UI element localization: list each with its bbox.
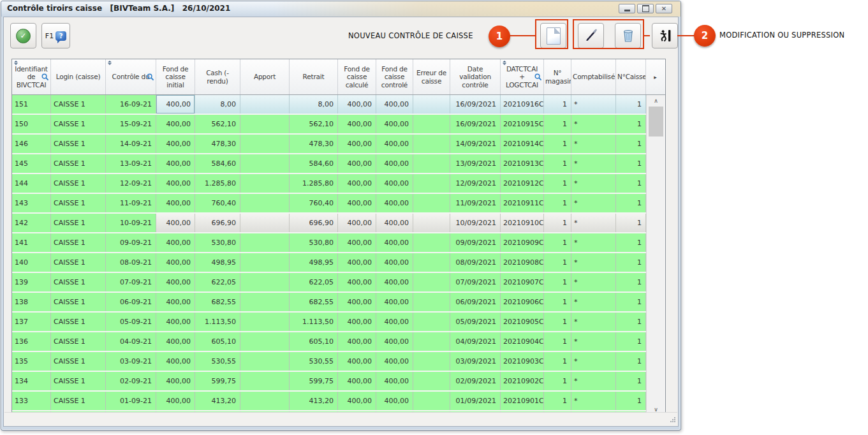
cell-retrait[interactable]: 682,55 [290, 293, 338, 311]
cell-retrait[interactable]: 584,60 [290, 154, 338, 173]
exit-button[interactable] [652, 23, 678, 48]
cell-fond-calcule[interactable]: 400,00 [338, 135, 376, 153]
table-row-144[interactable]: 144CAISSE 112-09-21400,001.285,801.285,8… [12, 174, 665, 194]
cell-datctcai[interactable]: 20210901CAI [501, 392, 544, 410]
cell-comptabilise[interactable]: * [571, 372, 616, 390]
cell-login[interactable]: CAISSE 1 [51, 214, 106, 232]
cell-apport[interactable] [240, 95, 290, 114]
cell-login[interactable]: CAISSE 1 [51, 332, 106, 351]
column-header-login[interactable]: Login (caisse) [51, 59, 106, 94]
cell-comptabilise[interactable]: * [571, 313, 616, 331]
cell-retrait[interactable]: 562,10 [290, 115, 338, 133]
cell-fond-controle[interactable]: 400,00 [376, 293, 413, 311]
cell-apport[interactable] [240, 352, 290, 371]
cell-fond-calcule[interactable]: 400,00 [338, 293, 376, 311]
cell-retrait[interactable]: 1.113,50 [290, 313, 338, 331]
cell-magasin[interactable]: 1 [544, 115, 571, 133]
cell-date-valid[interactable]: 10/09/2021 [450, 214, 501, 232]
cell-fond-initial[interactable]: 400,00 [156, 273, 195, 291]
cell-cash-rendu[interactable]: 682,55 [195, 293, 240, 311]
cell-controle-du[interactable]: 02-09-21 [106, 372, 156, 390]
cell-date-valid[interactable]: 07/09/2021 [450, 273, 501, 291]
cell-fond-controle[interactable]: 400,00 [376, 352, 413, 371]
table-row-138[interactable]: 138CAISSE 106-09-21400,00682,55682,55400… [12, 293, 665, 313]
cell-ncaisse[interactable]: 1 [616, 174, 646, 193]
cell-apport[interactable] [240, 214, 290, 232]
cell-cash-rendu[interactable]: 760,40 [195, 194, 240, 212]
cell-cash-rendu[interactable]: 478,30 [195, 135, 240, 153]
cell-date-valid[interactable]: 16/09/2021 [450, 115, 501, 133]
cell-controle-du[interactable]: 05-09-21 [106, 313, 156, 331]
cell-controle-du[interactable]: 11-09-21 [106, 194, 156, 212]
cell-retrait[interactable]: 760,40 [290, 194, 338, 212]
cell-apport[interactable] [240, 332, 290, 351]
cell-retrait[interactable]: 478,30 [290, 135, 338, 153]
cell-cash-rendu[interactable]: 622,05 [195, 273, 240, 291]
resize-grip[interactable] [669, 417, 675, 424]
cell-identifiant[interactable]: 137 [12, 313, 51, 331]
cell-fond-initial[interactable]: 400,00 [156, 115, 195, 133]
cell-ncaisse[interactable]: 1 [616, 372, 646, 390]
column-header-cash-rendu[interactable]: Cash (-rendu) [195, 59, 240, 94]
cell-magasin[interactable]: 1 [544, 332, 571, 351]
sort-icon[interactable] [108, 61, 112, 66]
cell-datctcai[interactable]: 20210910CAI [501, 214, 544, 232]
cell-cash-rendu[interactable]: 599,75 [195, 372, 240, 390]
cell-erreur[interactable] [413, 154, 450, 173]
cell-fond-controle[interactable]: 400,00 [376, 115, 413, 133]
cell-erreur[interactable] [413, 115, 450, 133]
cell-date-valid[interactable]: 04/09/2021 [450, 332, 501, 351]
cell-fond-calcule[interactable]: 400,00 [338, 214, 376, 232]
cell-retrait[interactable]: 530,55 [290, 352, 338, 371]
cell-retrait[interactable]: 599,75 [290, 372, 338, 390]
title-bar[interactable]: Contrôle tiroirs caisse [BIVTeam S.A.] 2… [1, 1, 680, 17]
cell-login[interactable]: CAISSE 1 [51, 293, 106, 311]
cell-fond-controle[interactable]: 400,00 [376, 214, 413, 232]
cell-cash-rendu[interactable]: 605,10 [195, 332, 240, 351]
cell-login[interactable]: CAISSE 1 [51, 95, 106, 114]
cell-login[interactable]: CAISSE 1 [51, 352, 106, 371]
cell-identifiant[interactable]: 141 [12, 233, 51, 252]
table-row-146[interactable]: 146CAISSE 114-09-21400,00478,30478,30400… [12, 135, 665, 154]
cell-controle-du[interactable]: 07-09-21 [106, 273, 156, 291]
cell-erreur[interactable] [413, 174, 450, 193]
cell-ncaisse[interactable]: 1 [616, 154, 646, 173]
cell-date-valid[interactable]: 14/09/2021 [450, 135, 501, 153]
cell-fond-controle[interactable]: 400,00 [376, 95, 413, 114]
cell-ncaisse[interactable]: 1 [616, 253, 646, 272]
cell-fond-initial[interactable]: 400,00 [156, 352, 195, 371]
cell-identifiant[interactable]: 140 [12, 253, 51, 272]
cell-cash-rendu[interactable]: 1.285,80 [195, 174, 240, 193]
cell-apport[interactable] [240, 135, 290, 153]
cell-fond-calcule[interactable]: 400,00 [338, 174, 376, 193]
cell-magasin[interactable]: 1 [544, 372, 571, 390]
cell-magasin[interactable]: 1 [544, 253, 571, 272]
cell-datctcai[interactable]: 20210911CAI [501, 194, 544, 212]
cell-fond-initial[interactable]: 400,00 [156, 194, 195, 212]
cell-magasin[interactable]: 1 [544, 95, 571, 114]
cell-fond-calcule[interactable]: 400,00 [338, 352, 376, 371]
cell-retrait[interactable]: 530,80 [290, 233, 338, 252]
cell-comptabilise[interactable]: * [571, 233, 616, 252]
cell-controle-du[interactable]: 10-09-21 [106, 214, 156, 232]
cell-cash-rendu[interactable]: 8,00 [195, 95, 240, 114]
cell-login[interactable]: CAISSE 1 [51, 372, 106, 390]
search-icon[interactable] [534, 73, 542, 81]
scroll-thumb[interactable] [649, 107, 663, 136]
cell-fond-initial[interactable]: 400,00 [156, 293, 195, 311]
cell-fond-initial[interactable]: 400,00 [156, 233, 195, 252]
cell-datctcai[interactable]: 20210902CAI [501, 372, 544, 390]
cell-fond-controle[interactable]: 400,00 [376, 253, 413, 272]
cell-fond-controle[interactable]: 400,00 [376, 135, 413, 153]
cell-identifiant[interactable]: 145 [12, 154, 51, 173]
cell-fond-calcule[interactable]: 400,00 [338, 392, 376, 410]
cell-date-valid[interactable]: 03/09/2021 [450, 352, 501, 371]
column-header-fond-controle[interactable]: Fond de caisse controlé [376, 59, 413, 94]
cell-controle-du[interactable]: 16-09-21 [106, 95, 156, 114]
sort-icon[interactable] [503, 61, 507, 66]
table-row-151[interactable]: 151CAISSE 116-09-21400,008,008,00400,004… [12, 95, 665, 115]
cell-ncaisse[interactable]: 1 [616, 352, 646, 371]
table-row-136[interactable]: 136CAISSE 104-09-21400,00605,10605,10400… [12, 332, 665, 352]
cell-date-valid[interactable]: 05/09/2021 [450, 313, 501, 331]
cell-fond-controle[interactable]: 400,00 [376, 273, 413, 291]
